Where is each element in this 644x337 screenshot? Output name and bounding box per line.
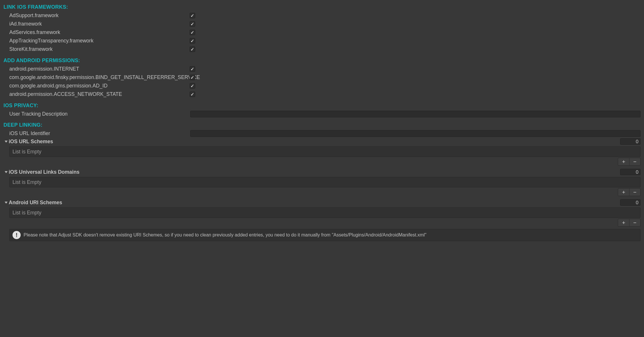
list-remove-button[interactable]: − [629,189,640,196]
framework-row: AdSupport.framework [0,11,644,20]
list-count-input[interactable] [620,199,641,206]
section-header-deep-linking: DEEP LINKING: [0,120,644,129]
framework-label: iAd.framework [9,21,190,27]
foldout-label: iOS URL Schemes [9,139,620,145]
framework-checkbox[interactable] [190,46,195,52]
permission-checkbox[interactable] [190,66,195,72]
permission-label: android.permission.ACCESS_NETWORK_STATE [9,91,190,97]
chevron-down-icon [3,141,9,143]
list-empty-box: List is Empty [9,177,641,187]
foldout-android-uri-schemes[interactable]: Android URI Schemes [0,198,644,207]
info-note: ! Please note that Adjust SDK doesn't re… [9,229,641,241]
list-buttons: + − [618,158,641,166]
foldout-ios-universal-links[interactable]: iOS Universal Links Domains [0,168,644,176]
info-text: Please note that Adjust SDK doesn't remo… [24,232,426,238]
plus-icon: + [622,189,625,195]
list-add-button[interactable]: + [618,219,629,226]
list-remove-button[interactable]: − [629,158,640,165]
section-header-ios-frameworks: LINK IOS FRAMEWORKS: [0,2,644,11]
permission-label: com.google.android.gms.permission.AD_ID [9,83,190,89]
list-add-button[interactable]: + [618,189,629,196]
permission-checkbox[interactable] [190,92,195,97]
framework-label: AdSupport.framework [9,12,190,19]
section-header-android-permissions: ADD ANDROID PERMISSIONS: [0,55,644,65]
minus-icon: − [633,189,636,195]
list-buttons: + − [618,219,641,227]
list-remove-button[interactable]: − [629,219,640,226]
framework-checkbox[interactable] [190,38,195,44]
chevron-down-icon [3,171,9,173]
framework-checkbox[interactable] [190,13,195,18]
ios-url-identifier-input[interactable] [190,130,641,137]
permission-checkbox[interactable] [190,75,195,80]
tracking-description-input[interactable] [190,111,641,117]
list-empty-text: List is Empty [13,210,41,216]
list-empty-text: List is Empty [13,179,41,185]
ios-url-identifier-row: iOS URL Identifier [0,129,644,137]
section-header-ios-privacy: IOS PRIVACY: [0,100,644,110]
chevron-down-icon [3,202,9,204]
ios-url-identifier-label: iOS URL Identifier [9,130,190,137]
framework-row: iAd.framework [0,20,644,28]
info-icon: ! [13,231,21,239]
permission-row: android.permission.ACCESS_NETWORK_STATE [0,90,644,98]
tracking-description-row: User Tracking Description [0,110,644,118]
framework-label: AdServices.framework [9,29,190,35]
list-empty-box: List is Empty [9,146,641,157]
framework-checkbox[interactable] [190,30,195,35]
plus-icon: + [622,159,625,164]
list-count-input[interactable] [620,169,641,175]
framework-label: StoreKit.framework [9,46,190,52]
permission-row: com.google.android.gms.permission.AD_ID [0,82,644,90]
tracking-description-label: User Tracking Description [9,111,190,117]
foldout-label: iOS Universal Links Domains [9,169,620,175]
framework-label: AppTrackingTransparency.framework [9,38,190,44]
list-buttons: + − [618,188,641,196]
minus-icon: − [633,159,636,164]
list-count-input[interactable] [620,138,641,145]
framework-checkbox[interactable] [190,21,195,27]
list-empty-text: List is Empty [13,149,41,155]
permission-label: com.google.android.finsky.permission.BIN… [9,74,190,80]
framework-row: AdServices.framework [0,28,644,37]
list-empty-box: List is Empty [9,207,641,218]
framework-row: AppTrackingTransparency.framework [0,37,644,45]
permission-row: android.permission.INTERNET [0,65,644,73]
permission-row: com.google.android.finsky.permission.BIN… [0,73,644,82]
permission-checkbox[interactable] [190,83,195,89]
foldout-label: Android URI Schemes [9,200,620,206]
framework-row: StoreKit.framework [0,45,644,53]
plus-icon: + [622,220,625,225]
foldout-ios-url-schemes[interactable]: iOS URL Schemes [0,137,644,146]
permission-label: android.permission.INTERNET [9,66,190,72]
list-add-button[interactable]: + [618,158,629,165]
minus-icon: − [633,220,636,225]
